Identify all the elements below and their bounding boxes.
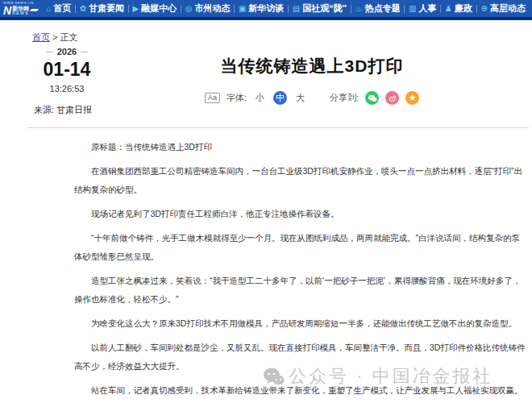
nav-divider xyxy=(404,5,405,13)
nav-item-label: 廉政 xyxy=(455,2,472,15)
page: WWW.NEWS.CN N 新华网 NEWS ⌂ 首页 ✿ 甘肃要闻 xyxy=(0,0,532,403)
nav-item-hot-topics[interactable]: ♨ 热点专题 xyxy=(355,2,401,15)
page-title: 当传统铸造遇上3D打印 xyxy=(100,55,524,77)
logo-swoosh xyxy=(30,9,39,11)
location-pin-icon: ◎ xyxy=(185,5,193,13)
nav-item-integrity[interactable]: ♟ 廉政 xyxy=(445,2,472,15)
nav-item-guoshe-long[interactable]: ▤ 国社观“陇” xyxy=(293,2,347,15)
year-dash-left xyxy=(46,52,53,52)
breadcrumb-home-link[interactable]: 首页 xyxy=(32,32,50,42)
meta-year: 2026 xyxy=(34,47,100,56)
nav-item-label: 新华访谈 xyxy=(248,2,284,15)
nav-item-personnel[interactable]: ▥ 人事 xyxy=(409,2,436,15)
nav-divider xyxy=(351,5,351,13)
star-icon: ★ xyxy=(409,93,417,102)
nav-item-label: 市州动态 xyxy=(194,2,230,15)
nav-item-media-center[interactable]: ▶ 融媒中心 xyxy=(133,2,177,15)
nav-divider xyxy=(288,5,289,13)
breadcrumb-separator: > xyxy=(52,32,57,42)
navbar-bottom-stripe xyxy=(0,17,532,20)
nav-divider xyxy=(181,5,181,13)
logo-en-text: NEWS xyxy=(12,11,29,15)
nav-item-leadership-updates[interactable]: ⊕ 高层动态 xyxy=(481,2,526,15)
article-title-block: 当传统铸造遇上3D打印 Aa 字体: 小 中 大 分享到: xyxy=(100,47,524,116)
paragraph-original-title: 原标题：当传统铸造遇上3D打印 xyxy=(74,138,526,156)
year-text: 2026 xyxy=(57,47,77,56)
qzone-share-button[interactable]: ★ xyxy=(405,91,419,105)
nav-divider xyxy=(75,5,76,13)
article-controls: Aa 字体: 小 中 大 分享到: xyxy=(100,91,524,105)
briefcase-icon: ▥ xyxy=(409,5,416,13)
person-icon: ♨ xyxy=(355,5,363,13)
nav-item-label: 融媒中心 xyxy=(141,2,177,15)
paragraph: 现场记者见到了3D打印责任工程师白洋，他正专注地操作着设备。 xyxy=(74,205,526,223)
circle-arrow-icon: ⊕ xyxy=(481,5,488,13)
nav-item-xinhua-interview[interactable]: ▣ 新华访谈 xyxy=(239,2,284,15)
article-body: 原标题：当传统铸造遇上3D打印 在酒钢集团西部重工公司精密铸造车间内，一台台工业… xyxy=(74,138,526,403)
screen-icon: ▤ xyxy=(293,5,300,13)
article-header: 2026 01-14 13:26:53 来源: 甘肃日报 当传统铸造遇上3D打印… xyxy=(0,47,532,116)
nav-item-label: 首页 xyxy=(53,2,71,15)
nav-divider xyxy=(440,5,441,13)
nav-item-home[interactable]: ⌂ 首页 xyxy=(46,2,71,15)
font-size-icon: Aa xyxy=(205,93,220,104)
font-size-small-button[interactable]: 小 xyxy=(253,92,267,104)
year-dash-right xyxy=(81,52,88,52)
font-size-large-button[interactable]: 大 xyxy=(293,92,307,104)
nav-item-label: 人事 xyxy=(419,2,437,15)
nav-item-city-updates[interactable]: ◎ 市州动态 xyxy=(185,2,231,15)
nav-items: ⌂ 首页 ✿ 甘肃要闻 ▶ 融媒中心 ◎ 市州动态 ▣ 新华访谈 xyxy=(46,2,526,15)
nav-item-gansu-news[interactable]: ✿ 甘肃要闻 xyxy=(80,2,124,15)
nav-divider xyxy=(234,5,235,13)
breadcrumb-current: 正文 xyxy=(60,32,78,42)
paragraph: 造型工张之枫凑过来，笑着说：“我干造型工二十多年了，以前‘一把砂子一把泥’，累得… xyxy=(74,272,526,309)
nav-divider xyxy=(128,5,129,13)
breadcrumb: 首页 > 正文 xyxy=(32,31,532,44)
font-label: 字体: xyxy=(227,92,247,104)
share-label: 分享到: xyxy=(330,92,359,104)
paragraph: “十年前做个铸件，光手工做木模就得至少一个月。现在从图纸到成品，两周就能完成。”… xyxy=(74,229,526,266)
top-navbar: WWW.NEWS.CN N 新华网 NEWS ⌂ 首页 ✿ 甘肃要闻 xyxy=(0,0,532,17)
logo-top-text: WWW.NEWS.CN xyxy=(3,2,38,5)
play-icon: ▶ xyxy=(133,5,139,13)
flower-icon: ✿ xyxy=(80,5,86,13)
article-meta: 2026 01-14 13:26:53 来源: 甘肃日报 xyxy=(34,47,100,116)
weibo-icon xyxy=(388,93,397,103)
paragraph: 为啥变化这么大？原来3D打印技术不用做模具，产品研发周期缩短一半多，还能做出传统… xyxy=(74,314,526,333)
meta-time: 13:26:53 xyxy=(34,84,100,93)
weibo-share-button[interactable] xyxy=(385,91,399,105)
wechat-gray-icon xyxy=(263,367,285,387)
nav-divider xyxy=(476,5,477,13)
watermark-text: 公众号 · 中国冶金报社 xyxy=(289,364,493,388)
person-badge-icon: ♟ xyxy=(445,5,452,13)
nav-item-label: 热点专题 xyxy=(365,2,401,15)
wechat-share-button[interactable] xyxy=(365,91,379,105)
meta-source: 来源: 甘肃日报 xyxy=(34,104,100,116)
paragraph: 在酒钢集团西部重工公司精密铸造车间内，一台台工业级3D打印机安静作业，喷头一点一… xyxy=(74,162,526,199)
wechat-icon xyxy=(368,93,377,103)
nav-item-label: 高层动态 xyxy=(490,2,526,15)
font-size-medium-button[interactable]: 中 xyxy=(273,91,287,105)
nav-item-label: 甘肃要闻 xyxy=(89,2,124,15)
interview-icon: ▣ xyxy=(239,5,246,13)
logo-n: N xyxy=(3,5,11,16)
nav-item-label: 国社观“陇” xyxy=(302,2,347,15)
home-icon: ⌂ xyxy=(46,5,51,13)
meta-date: 01-14 xyxy=(34,59,100,81)
wechat-watermark: 公众号 · 中国冶金报社 xyxy=(263,364,493,388)
xinhuanet-logo[interactable]: WWW.NEWS.CN N 新华网 NEWS xyxy=(3,2,38,16)
header-divider xyxy=(27,127,529,128)
